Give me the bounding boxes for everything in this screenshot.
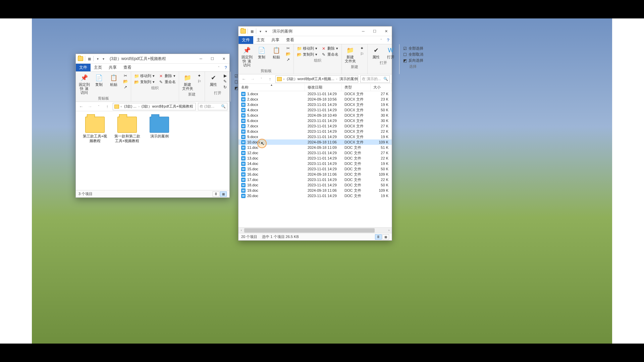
tab-file[interactable]: 文件 <box>238 36 253 44</box>
file-row[interactable]: W2.docx2024-09-18 10:56DOCX 文件23 K <box>238 97 392 102</box>
file-row[interactable]: W20.doc2023-11-01 14:29DOC 文件19 K <box>238 193 392 198</box>
nav-forward-icon[interactable]: → <box>249 76 256 82</box>
copyto-button[interactable]: 📂复制到 ▾ <box>296 52 318 57</box>
scroll-left-icon[interactable]: ‹ <box>238 228 244 233</box>
file-row[interactable]: W11.doc2024-09-18 11:09DOC 文件51 K <box>238 145 392 150</box>
file-row[interactable]: W15.doc2023-11-01 14:29DOC 文件50 K <box>238 166 392 172</box>
newitem-mini[interactable]: ✦ <box>359 46 365 51</box>
delete-button[interactable]: ✕删除 ▾ <box>320 46 339 51</box>
nav-up-icon[interactable]: ↑ <box>267 76 273 82</box>
tab-file[interactable]: 文件 <box>76 64 91 71</box>
nav-up-icon[interactable]: ↑ <box>104 103 111 110</box>
path-seg-1[interactable]: (3款）word转pdf工具+视频... <box>286 76 335 81</box>
horizontal-scrollbar[interactable]: ‹ › <box>238 227 392 233</box>
file-row[interactable]: W3.docx2023-11-01 14:29DOCX 文件19 K <box>238 102 392 107</box>
moveto-button[interactable]: 📁移动到 ▾ <box>296 46 318 51</box>
minimize-button[interactable]: ─ <box>358 26 369 36</box>
file-row[interactable]: W5.docx2024-09-18 10:49DOCX 文件30 K <box>238 113 392 118</box>
minimize-button[interactable]: ─ <box>195 54 207 64</box>
tab-share[interactable]: 共享 <box>105 64 120 71</box>
selectnone-button[interactable]: ☐全部取消 <box>401 52 424 57</box>
help-icon[interactable]: ? <box>222 64 229 71</box>
tab-view[interactable]: 查看 <box>283 36 298 44</box>
view-details-button[interactable]: ≣ <box>213 191 219 197</box>
moveto-button[interactable]: 📁移动到 ▾ <box>133 73 156 79</box>
file-row[interactable]: W17.doc2023-11-01 14:29DOC 文件22 K <box>238 177 392 182</box>
file-row[interactable]: W8.docx2023-11-01 14:29DOCX 文件22 K <box>238 129 392 134</box>
qat-customize-icon[interactable]: ▾ <box>101 56 106 61</box>
close-button[interactable]: ✕ <box>218 54 229 64</box>
properties-button[interactable]: ✔属性 <box>370 46 382 60</box>
copypath-mini[interactable]: 📂 <box>122 79 129 84</box>
delete-button[interactable]: ✕删除 ▾ <box>158 73 177 79</box>
copy-button[interactable]: 📄复制 <box>93 73 105 87</box>
newfolder-button[interactable]: 📁新建 文件夹 <box>181 73 194 91</box>
view-icons-button[interactable]: ▦ <box>382 234 389 240</box>
folder-item[interactable]: 第一款和第二款 工具+视频教程 <box>113 117 141 143</box>
nav-recent-icon[interactable]: ˅ <box>258 76 265 82</box>
col-date[interactable]: 修改日期 <box>305 84 342 91</box>
content-area[interactable]: 第三款工具+视 频教程第一款和第二款 工具+视频教程演示的案例 <box>76 111 229 190</box>
tab-home[interactable]: 主页 <box>253 36 268 44</box>
col-type[interactable]: 类型 <box>342 84 371 91</box>
search-input[interactable]: 在 演示的...🔍 <box>360 75 390 83</box>
scroll-right-icon[interactable]: › <box>386 228 392 233</box>
view-icons-button[interactable]: ▦ <box>220 191 227 197</box>
selectall-button[interactable]: ☑全部选择 <box>401 46 424 51</box>
path-seg-1[interactable]: (3款) ... <box>123 104 137 109</box>
file-row[interactable]: W9.docx2023-11-01 14:29DOCX 文件19 K <box>238 134 392 139</box>
help-icon[interactable]: ? <box>384 36 392 44</box>
file-row[interactable]: W12.doc2023-11-01 14:29DOC 文件27 K <box>238 150 392 156</box>
qat-icon[interactable]: ▦ <box>250 29 254 34</box>
nav-recent-icon[interactable]: ˅ <box>95 103 102 110</box>
file-row[interactable]: W19.doc2024-09-18 11:06DOC 文件109 K <box>238 188 392 193</box>
copyto-button[interactable]: 📂复制到 ▾ <box>133 79 156 85</box>
file-row[interactable]: W14.doc2023-11-01 14:29DOC 文件19 K <box>238 161 392 166</box>
file-row[interactable]: W4.docx2023-11-01 14:29DOCX 文件50 K <box>238 107 392 113</box>
ribbon-collapse-icon[interactable]: ˄ <box>215 64 222 71</box>
open-button[interactable]: W打开 <box>384 46 397 60</box>
qat-customize-icon[interactable]: ▾ <box>264 29 268 34</box>
copy-button[interactable]: 📄复制 <box>255 46 268 60</box>
pasteshortcut-mini[interactable]: ↗ <box>285 57 291 62</box>
file-row[interactable]: W18.doc2023-11-01 14:29DOC 文件50 K <box>238 182 392 188</box>
cut-mini[interactable]: ✂ <box>285 46 291 51</box>
content-area[interactable]: 名称▲ 修改日期 类型 大小 W1.docx2023-11-01 14:29DO… <box>238 84 392 227</box>
rename-button[interactable]: ✎重命名 <box>320 52 339 57</box>
newitem-mini[interactable]: ✦ <box>196 73 203 78</box>
file-row[interactable]: W1.docx2023-11-01 14:29DOCX 文件27 K <box>238 91 392 97</box>
tab-view[interactable]: 查看 <box>120 64 135 71</box>
rename-button[interactable]: ✎重命名 <box>158 79 177 85</box>
col-size[interactable]: 大小 <box>371 84 392 91</box>
open-mini[interactable]: ▶ <box>222 73 228 78</box>
copypath-mini[interactable]: 📂 <box>285 51 291 57</box>
newfolder-button[interactable]: 📁新建 文件夹 <box>344 46 357 64</box>
close-button[interactable]: ✕ <box>380 26 392 36</box>
maximize-button[interactable]: ☐ <box>369 26 380 36</box>
scroll-thumb[interactable] <box>244 228 375 233</box>
search-input[interactable]: 在 (3款...🔍 <box>198 103 227 110</box>
qat-dropdown-icon[interactable]: ▾ <box>258 29 263 34</box>
paste-button[interactable]: 📋粘贴 <box>107 73 120 87</box>
tab-share[interactable]: 共享 <box>268 36 283 44</box>
file-row[interactable]: W16.doc2024-09-18 11:06DOC 文件109 K <box>238 172 392 177</box>
path-seg-2[interactable]: 演示的案例 <box>339 76 358 81</box>
paste-button[interactable]: 📋粘贴 <box>270 46 283 60</box>
selectinvert-button[interactable]: ◩反向选择 <box>401 58 424 63</box>
pin-button[interactable]: 📌固定到快 速访问 <box>78 73 91 95</box>
path-seg-2[interactable]: (3款）word转pdf工具+视频教程 <box>141 104 194 109</box>
qat-dropdown-icon[interactable]: ▾ <box>95 56 100 61</box>
nav-back-icon[interactable]: ← <box>78 103 85 110</box>
path-box[interactable]: « (3款) ... › (3款）word转pdf工具+视频教程 ˅ ⟳ <box>113 103 196 110</box>
easyaccess-mini[interactable]: ⚐ <box>196 79 203 84</box>
folder-item[interactable]: 第三款工具+视 频教程 <box>81 117 109 143</box>
folder-item[interactable]: 演示的案例 <box>146 117 173 143</box>
pin-button[interactable]: 📌固定到快 速访问 <box>240 46 253 68</box>
tab-home[interactable]: 主页 <box>91 64 105 71</box>
ribbon-collapse-icon[interactable]: ˄ <box>378 36 384 44</box>
qat-icon[interactable]: ▦ <box>87 56 92 61</box>
easyaccess-mini[interactable]: ⚐ <box>359 51 365 57</box>
history-mini[interactable]: ↻ <box>222 84 228 90</box>
file-row[interactable]: W6.docx2023-11-01 14:29DOCX 文件30 K <box>238 118 392 123</box>
nav-forward-icon[interactable]: → <box>87 103 93 110</box>
